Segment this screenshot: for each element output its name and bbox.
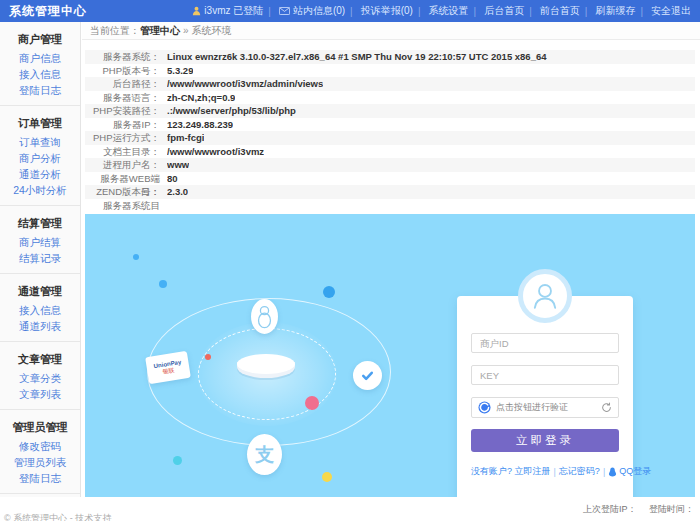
link-divider: | — [554, 467, 556, 477]
env-row-label: PHP安装路径： — [85, 104, 167, 118]
env-table-row: PHP安装路径： .:/www/server/php/53/lib/php — [85, 104, 695, 118]
sidebar-item[interactable]: 接入信息 — [0, 66, 80, 82]
sidebar-group-title[interactable]: 结算管理 — [0, 211, 80, 234]
env-row-label: 进程用户名： — [85, 158, 167, 172]
sidebar-group: 结算管理 商户结算结算记录 — [0, 206, 80, 274]
sidebar-group-title[interactable]: 商户管理 — [0, 27, 80, 50]
top-nav-link[interactable]: 投诉举报(0) — [345, 4, 413, 18]
breadcrumb-current: 系统环境 — [192, 25, 232, 36]
sidebar-group: 商户管理 商户信息接入信息登陆日志 — [0, 22, 80, 106]
sidebar-item[interactable]: 登陆日志 — [0, 82, 80, 98]
captcha-verify-button[interactable]: 点击按钮进行验证 — [471, 397, 619, 418]
top-nav: i3vmz 已登陆 站内信息(0) 投诉举报(0)系统设置后台首页前台首页刷新缓… — [192, 4, 691, 18]
env-row-value: 80 — [167, 172, 178, 186]
top-nav-link[interactable]: 后台首页 — [469, 4, 525, 18]
env-table-row: PHP版本号： 5.3.29 — [85, 64, 695, 78]
decor-dot — [159, 280, 167, 288]
env-row-label: ZEND版本号： — [85, 185, 167, 199]
env-table-row: 服务器语言： zh-CN,zh;q=0.9 — [85, 91, 695, 105]
sidebar-item[interactable]: 接入信息 — [0, 302, 80, 318]
env-table-row: 服务器IP： 123.249.88.239 — [85, 118, 695, 132]
sidebar-item[interactable]: 商户分析 — [0, 150, 80, 166]
last-login-time-label: 登陆时间： — [649, 504, 694, 514]
sidebar-item[interactable]: 结算记录 — [0, 250, 80, 266]
env-row-label: PHP运行方式： — [85, 131, 167, 145]
qq-login-label: QQ登录 — [619, 465, 651, 478]
sidebar-item[interactable]: 商户信息 — [0, 50, 80, 66]
env-row-value: fpm-fcgi — [167, 131, 204, 145]
env-table-row: 进程用户名： www — [85, 158, 695, 172]
breadcrumb: 当前位置：管理中心»系统环境 — [82, 22, 700, 40]
top-nav-link[interactable]: 安全退出 — [635, 4, 691, 18]
env-table: 服务器系统： Linux ewnzrz6k 3.10.0-327.el7.x86… — [85, 50, 695, 212]
sidebar-item[interactable]: 订单查询 — [0, 134, 80, 150]
coin-illustration — [237, 354, 295, 382]
refresh-icon[interactable] — [601, 402, 612, 413]
env-row-value: www — [167, 158, 189, 172]
sidebar-item[interactable]: 文章列表 — [0, 386, 80, 402]
sidebar-item[interactable]: 登陆日志 — [0, 470, 80, 486]
sidebar-group-title[interactable]: 文章管理 — [0, 347, 80, 370]
env-row-value: 5.3.29 — [167, 64, 193, 78]
sidebar-item[interactable]: 通道列表 — [0, 318, 80, 334]
env-row-label: 服务器语言： — [85, 91, 167, 105]
sidebar-group-title[interactable]: 通道管理 — [0, 279, 80, 302]
sidebar-group-title[interactable]: 订单管理 — [0, 111, 80, 134]
logged-in-user[interactable]: i3vmz 已登陆 — [192, 4, 263, 18]
decor-dot — [173, 456, 182, 465]
sidebar-item[interactable]: 文章分类 — [0, 370, 80, 386]
decor-dot — [133, 254, 139, 260]
top-nav-link[interactable]: 前台首页 — [524, 4, 580, 18]
env-table-row: 服务器系统目录： — [85, 199, 695, 213]
top-nav-link[interactable]: 刷新缓存 — [580, 4, 636, 18]
qq-pay-icon — [251, 299, 278, 334]
env-table-row: 文档主目录： /www/wwwroot/i3vmz — [85, 145, 695, 159]
key-input[interactable] — [471, 365, 619, 385]
footer-login-info: 上次登陆IP： 登陆时间： — [573, 503, 694, 516]
env-table-row: 服务器WEB端口： 80 — [85, 172, 695, 186]
sidebar-group: 通道管理 接入信息通道列表 — [0, 274, 80, 342]
forgot-password-link[interactable]: 忘记密码? — [559, 465, 600, 478]
sidebar-item[interactable]: 商户结算 — [0, 234, 80, 250]
login-links: 没有账户? 立即注册 | 忘记密码? | QQ登录 — [471, 465, 619, 478]
user-avatar-icon — [528, 279, 562, 313]
qq-icon — [608, 467, 617, 477]
login-button[interactable]: 立即登录 — [471, 429, 619, 452]
alipay-icon: 支 — [247, 434, 282, 475]
env-row-value: Linux ewnzrz6k 3.10.0-327.el7.x86_64 #1 … — [167, 50, 547, 64]
breadcrumb-home-link[interactable]: 管理中心 — [140, 25, 180, 36]
user-icon — [192, 6, 201, 16]
alipay-glyph: 支 — [255, 445, 274, 464]
footer: © 系统管理中心 - 技术支持 上次登陆IP： 登陆时间： — [0, 497, 700, 521]
admin-page: 系统管理中心 i3vmz 已登陆 站内信息(0) 投诉举报(0)系统设置后台首页… — [0, 0, 700, 521]
sidebar: 商户管理 商户信息接入信息登陆日志 订单管理 订单查询商户分析通道分析24小时分… — [0, 22, 81, 497]
merchant-id-input[interactable] — [471, 333, 619, 353]
qq-login-link[interactable]: QQ登录 — [608, 465, 651, 478]
env-row-label: 服务器IP： — [85, 118, 167, 132]
user-label: i3vmz 已登陆 — [204, 4, 263, 18]
register-link[interactable]: 没有账户? 立即注册 — [471, 465, 551, 478]
sidebar-item[interactable]: 管理员列表 — [0, 454, 80, 470]
env-row-label: 后台路径： — [85, 77, 167, 91]
env-table-row: 服务器系统： Linux ewnzrz6k 3.10.0-327.el7.x86… — [85, 50, 695, 64]
env-row-value: /www/wwwroot/i3vmz/admin/views — [167, 77, 323, 91]
unionpay-cn-text: 银联 — [162, 367, 175, 375]
sidebar-item[interactable]: 通道分析 — [0, 166, 80, 182]
site-messages-link[interactable]: 站内信息(0) — [263, 4, 345, 18]
decor-dot — [322, 472, 332, 482]
sidebar-item[interactable]: 24小时分析 — [0, 182, 80, 198]
coin-top — [237, 354, 295, 374]
link-divider: | — [603, 467, 605, 477]
breadcrumb-prefix: 当前位置： — [90, 25, 140, 36]
env-table-row: PHP运行方式： fpm-fcgi — [85, 131, 695, 145]
env-row-label: 服务器WEB端口： — [85, 172, 167, 186]
env-row-value: /www/wwwroot/i3vmz — [167, 145, 264, 159]
env-row-label: 服务器系统： — [85, 50, 167, 64]
sidebar-group-title[interactable]: 管理员管理 — [0, 415, 80, 438]
messages-label: 站内信息(0) — [293, 4, 345, 18]
env-row-value: .:/www/server/php/53/lib/php — [167, 104, 296, 118]
sidebar-item[interactable]: 修改密码 — [0, 438, 80, 454]
sidebar-group: 订单管理 订单查询商户分析通道分析24小时分析 — [0, 106, 80, 206]
sidebar-group: 文章管理 文章分类文章列表 — [0, 342, 80, 410]
top-nav-link[interactable]: 系统设置 — [413, 4, 469, 18]
